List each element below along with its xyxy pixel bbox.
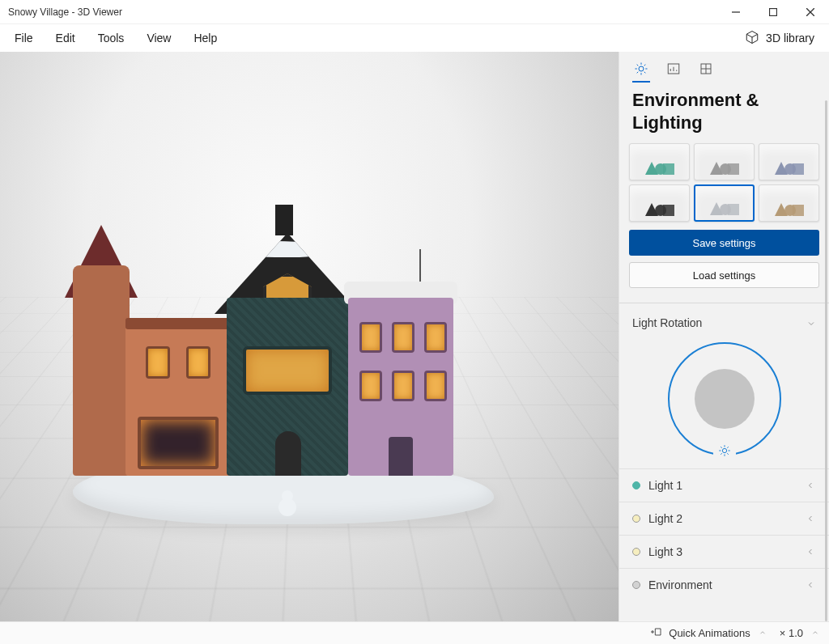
environment-label: Environment — [648, 578, 712, 591]
animation-icon — [649, 625, 662, 641]
svg-line-25 — [721, 447, 722, 448]
panel-buttons: Save settings Load settings — [619, 222, 829, 299]
light-2-row[interactable]: Light 2 — [619, 502, 829, 535]
env-preset-3[interactable] — [759, 143, 819, 180]
light-1-indicator — [632, 481, 640, 489]
svg-line-10 — [644, 72, 646, 74]
chevron-left-icon — [806, 481, 816, 490]
statusbar: Quick Animations × 1.0 — [0, 621, 829, 644]
house-middle — [227, 209, 348, 476]
environment-row[interactable]: Environment — [619, 568, 829, 601]
scrollbar[interactable] — [825, 100, 827, 621]
minimize-button[interactable] — [717, 0, 755, 24]
3d-viewport[interactable] — [0, 52, 619, 621]
sun-icon — [634, 61, 648, 79]
chevron-left-icon — [806, 514, 816, 523]
quick-animations-button[interactable]: Quick Animations — [649, 625, 766, 641]
panel-heading: Environment & Lighting — [619, 81, 829, 143]
light-3-row[interactable]: Light 3 — [619, 535, 829, 568]
menu-view[interactable]: View — [135, 27, 182, 49]
divider — [619, 303, 829, 303]
menubar: File Edit Tools View Help 3D library — [0, 24, 829, 52]
svg-line-11 — [637, 72, 639, 74]
environment-thumbnails — [619, 143, 829, 222]
light-rotation-label: Light Rotation — [632, 316, 702, 329]
chevron-up-icon — [810, 629, 819, 638]
env-preset-6[interactable] — [759, 184, 819, 222]
rotation-sun-handle[interactable] — [713, 439, 736, 462]
env-preset-2[interactable] — [694, 143, 755, 180]
close-button[interactable] — [792, 0, 829, 24]
zoom-control[interactable]: × 1.0 — [780, 627, 819, 639]
side-panel: Environment & Lighting Save settings Loa… — [619, 52, 829, 621]
svg-point-4 — [639, 66, 644, 71]
menu-edit[interactable]: Edit — [45, 27, 87, 49]
svg-line-12 — [644, 65, 646, 66]
env-preset-1[interactable] — [629, 143, 690, 180]
menu-help[interactable]: Help — [182, 27, 228, 49]
environment-indicator — [632, 581, 640, 589]
house-left — [81, 233, 227, 476]
tab-stats[interactable] — [665, 60, 682, 81]
tab-grid[interactable] — [697, 60, 715, 81]
3d-library-button[interactable]: 3D library — [733, 25, 826, 52]
cube-icon — [745, 30, 759, 47]
svg-rect-1 — [770, 8, 777, 15]
house-right — [348, 233, 453, 476]
stats-icon — [666, 61, 681, 79]
load-settings-button[interactable]: Load settings — [629, 262, 819, 288]
light-3-label: Light 3 — [648, 545, 682, 558]
svg-line-26 — [727, 453, 729, 455]
rotation-sphere[interactable] — [695, 369, 755, 429]
light-2-indicator — [632, 515, 640, 523]
svg-line-9 — [637, 65, 639, 66]
grid-icon — [699, 61, 713, 79]
titlebar: Snowy Village - 3D Viewer — [0, 0, 829, 24]
chevron-up-icon — [757, 629, 767, 638]
svg-point-20 — [722, 448, 726, 452]
maximize-button[interactable] — [755, 0, 792, 24]
light-2-label: Light 2 — [648, 512, 682, 525]
chevron-left-icon — [806, 547, 816, 557]
svg-line-27 — [721, 453, 722, 455]
3d-library-label: 3D library — [766, 32, 814, 44]
light-1-label: Light 1 — [648, 479, 682, 492]
light-rotation-control[interactable] — [619, 339, 829, 468]
menu-file[interactable]: File — [3, 27, 45, 49]
env-preset-5[interactable] — [694, 184, 755, 222]
svg-line-28 — [727, 447, 729, 448]
light-rotation-header[interactable]: Light Rotation — [619, 307, 829, 339]
village-model — [81, 209, 453, 476]
main-area: Environment & Lighting Save settings Loa… — [0, 52, 829, 621]
window-title: Snowy Village - 3D Viewer — [8, 6, 122, 18]
quick-animations-label: Quick Animations — [669, 627, 750, 639]
light-3-indicator — [632, 548, 640, 556]
chevron-left-icon — [806, 580, 816, 590]
env-preset-4[interactable] — [629, 184, 690, 222]
tab-environment[interactable] — [632, 60, 650, 81]
panel-tabs — [619, 52, 829, 81]
save-settings-button[interactable]: Save settings — [629, 230, 819, 256]
light-1-row[interactable]: Light 1 — [619, 468, 829, 502]
chevron-down-icon — [806, 318, 816, 328]
menu-tools[interactable]: Tools — [87, 27, 136, 49]
snowman — [275, 481, 300, 516]
zoom-label: × 1.0 — [780, 627, 803, 639]
